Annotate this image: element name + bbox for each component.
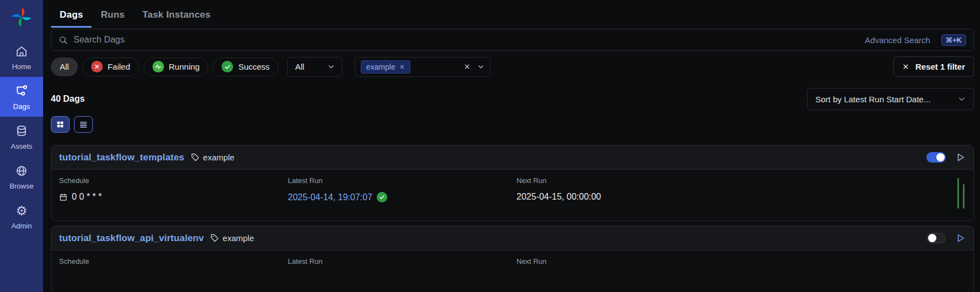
next-run-column: Next Run 2025-04-15, 00:00:00	[517, 176, 966, 210]
tag-icon	[191, 153, 200, 162]
running-state-icon	[152, 61, 164, 72]
chip-label: Running	[169, 62, 200, 71]
home-icon	[14, 44, 29, 59]
tab-dags[interactable]: Dags	[51, 6, 92, 28]
search-input[interactable]	[73, 35, 860, 45]
sidebar-item-label: Home	[12, 62, 31, 71]
reset-filters-button[interactable]: Reset 1 filter	[893, 56, 974, 77]
reset-filters-label: Reset 1 filter	[915, 62, 965, 71]
database-icon	[14, 124, 29, 138]
chevron-down-icon	[328, 63, 335, 70]
tag-filter-label: example	[366, 62, 396, 71]
dag-tag-label: example	[223, 233, 254, 243]
sidebar: Home Dags Assets	[0, 0, 43, 292]
paused-filter-value: All	[295, 62, 304, 71]
grid-view-icon	[56, 120, 65, 129]
sidebar-item-dags[interactable]: Dags	[0, 77, 43, 117]
main-content: Dags Runs Task Instances Advanced Search…	[43, 0, 980, 292]
filter-row: All Failed Running S	[51, 56, 974, 77]
dag-icon	[14, 84, 29, 98]
sidebar-item-label: Dags	[13, 102, 30, 111]
sort-select[interactable]: Sort by Latest Run Start Date...	[807, 88, 974, 110]
state-chip-failed[interactable]: Failed	[82, 58, 139, 76]
next-run-label: Next Run	[517, 257, 966, 265]
chevron-down-icon[interactable]	[477, 63, 484, 70]
list-view-icon	[79, 120, 88, 129]
paused-filter-select[interactable]: All	[287, 57, 343, 77]
trigger-dag-button[interactable]	[955, 233, 966, 243]
tab-task-instances[interactable]: Task Instances	[134, 6, 219, 28]
chip-label: All	[60, 62, 69, 71]
dag-card-body: Schedule 0 0 * * * Latest Run 2025-04-14…	[51, 170, 973, 221]
search-icon	[59, 35, 68, 45]
state-chip-all[interactable]: All	[51, 58, 78, 76]
chip-label: Success	[238, 62, 270, 71]
schedule-label: Schedule	[59, 257, 288, 265]
latest-run-label: Latest Run	[288, 257, 517, 265]
next-run-label: Next Run	[517, 176, 966, 185]
dag-pause-toggle[interactable]	[926, 233, 946, 243]
schedule-cron: 0 0 * * *	[72, 192, 102, 202]
dag-card-header: tutorial_taskflow_templates example	[51, 145, 973, 170]
sidebar-item-home[interactable]: Home	[0, 37, 43, 77]
hotkey-badge: ⌘+K	[941, 34, 966, 46]
card-view-button[interactable]	[51, 116, 70, 133]
sidebar-item-admin[interactable]: ⚙ Admin	[0, 196, 43, 236]
dag-tag-label: example	[203, 153, 235, 162]
next-run-value: 2025-04-15, 00:00:00	[517, 192, 966, 202]
top-tabs: Dags Runs Task Instances	[51, 0, 974, 28]
state-chip-success[interactable]: Success	[213, 58, 278, 76]
run-history-bars[interactable]	[957, 177, 965, 208]
tab-runs[interactable]: Runs	[92, 6, 133, 28]
success-state-icon	[222, 61, 233, 72]
failed-state-icon	[91, 61, 103, 72]
tag-icon	[210, 233, 219, 243]
chip-label: Failed	[108, 62, 130, 71]
tag-filter-multiselect[interactable]: example	[355, 57, 491, 77]
dag-count: 40 Dags	[51, 94, 85, 104]
schedule-column: Schedule	[59, 257, 288, 283]
trigger-dag-button[interactable]	[955, 152, 966, 163]
dag-card: tutorial_taskflow_api_virtualenv example	[51, 226, 974, 292]
sidebar-item-assets[interactable]: Assets	[0, 117, 43, 157]
list-header: 40 Dags Sort by Latest Run Start Date...	[51, 88, 974, 110]
table-view-button[interactable]	[74, 116, 93, 133]
state-chip-running[interactable]: Running	[144, 58, 209, 76]
run-success-badge-icon	[377, 192, 387, 202]
toggle-knob	[928, 234, 936, 242]
dag-tag: example	[210, 233, 254, 243]
calendar-icon	[59, 193, 67, 201]
dag-tag: example	[191, 153, 235, 162]
close-icon	[902, 63, 909, 70]
sort-select-value: Sort by Latest Run Start Date...	[815, 95, 930, 104]
next-run-column: Next Run	[517, 257, 966, 283]
airflow-logo[interactable]	[9, 5, 34, 29]
chevron-down-icon	[958, 95, 966, 103]
globe-icon	[14, 164, 29, 178]
latest-run-column: Latest Run 2025-04-14, 19:07:07	[288, 176, 517, 210]
schedule-value: 0 0 * * *	[59, 192, 288, 202]
sidebar-item-label: Admin	[12, 222, 32, 230]
toggle-knob	[936, 153, 945, 161]
remove-tag-icon[interactable]	[399, 64, 405, 70]
tag-filter-pill: example	[361, 60, 410, 74]
search-bar: Advanced Search ⌘+K	[51, 29, 974, 51]
gear-icon: ⚙	[14, 204, 29, 218]
sidebar-item-browse[interactable]: Browse	[0, 157, 43, 196]
dag-name-link[interactable]: tutorial_taskflow_api_virtualenv	[59, 233, 204, 244]
view-toggle-group	[51, 116, 974, 133]
dag-card-header: tutorial_taskflow_api_virtualenv example	[51, 226, 973, 251]
dag-card: tutorial_taskflow_templates example	[51, 145, 974, 221]
dag-card-body: Schedule Latest Run Next Run	[51, 251, 973, 292]
dag-pause-toggle[interactable]	[926, 152, 946, 163]
schedule-column: Schedule 0 0 * * *	[59, 176, 288, 210]
sidebar-item-label: Assets	[10, 142, 32, 150]
advanced-search-link[interactable]: Advanced Search	[865, 35, 930, 45]
dag-name-link[interactable]: tutorial_taskflow_templates	[59, 152, 185, 163]
latest-run-label: Latest Run	[288, 176, 517, 185]
latest-run-link[interactable]: 2025-04-14, 19:07:07	[288, 192, 372, 202]
clear-tags-icon[interactable]	[463, 63, 471, 70]
schedule-label: Schedule	[59, 176, 288, 185]
sidebar-item-label: Browse	[9, 182, 33, 190]
latest-run-column: Latest Run	[288, 257, 517, 283]
